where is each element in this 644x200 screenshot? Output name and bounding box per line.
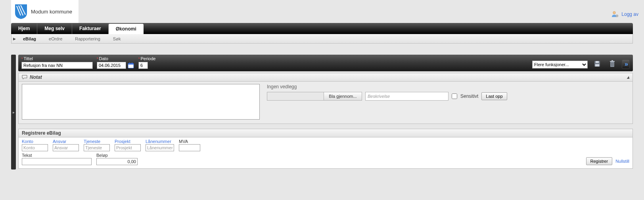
more-functions-select[interactable]: Flere funksjoner... [532,61,588,69]
brand-logo: Modum kommune [11,0,79,23]
dato-input[interactable] [97,62,126,69]
svg-rect-8 [596,61,599,63]
svg-rect-5 [129,63,130,64]
calendar-icon[interactable] [127,62,134,69]
brand-name: Modum kommune [31,9,72,15]
register-actions: Registrer Nullstill [586,157,629,165]
logoff-label: Logg av [621,11,638,17]
svg-rect-4 [128,63,134,65]
prosjekt-input[interactable] [115,144,141,151]
topbar: Modum kommune Logg av [0,0,644,23]
tekst-input[interactable] [22,158,92,165]
subnav-caret-icon: ▶ [13,37,16,41]
svg-rect-12 [611,60,613,61]
tittel-input[interactable] [21,62,93,69]
file-input[interactable]: Bla gjennom... [267,92,362,101]
forward-button[interactable]: » [622,59,630,69]
tekst-label: Tekst [22,153,92,158]
tab-fakturaer[interactable]: Fakturaer [72,23,109,34]
collapse-icon[interactable]: ▴ [627,74,629,80]
field-periode: *Periode [138,56,155,69]
side-rail-toggle[interactable]: ▸ [11,55,16,170]
speech-bubble-icon [22,75,27,80]
svg-rect-9 [595,64,599,67]
save-icon[interactable] [592,59,603,69]
ansvar-label[interactable]: Ansvar [53,139,79,144]
main-nav: Hjem Meg selv Fakturaer Økonomi [11,23,633,34]
notat-panel: Notat ▴ Ingen vedlegg Bla gjennom... Sen… [18,73,633,124]
notat-textarea[interactable] [22,84,260,120]
subnav-sok[interactable]: Søk [107,35,127,43]
field-dato: *Dato [97,56,134,69]
notat-body: Ingen vedlegg Bla gjennom... Sensitivt L… [19,82,632,124]
lanenr-input[interactable] [146,144,174,151]
belop-input[interactable] [96,158,138,165]
prosjekt-label[interactable]: Prosjekt [115,139,141,144]
field-tittel: *Tittel [21,56,93,69]
tjeneste-input[interactable] [84,144,110,151]
tab-hjem[interactable]: Hjem [11,23,37,34]
register-row2: Tekst Beløp [22,153,629,165]
content: *Tittel *Dato [18,55,633,170]
content-wrap: ▸ *Tittel *Dato [11,55,633,170]
mva-label: MVA [179,139,200,144]
user-gear-icon [611,10,619,18]
notat-header: Notat ▴ [19,73,632,82]
tab-okonomi[interactable]: Økonomi [109,24,144,34]
register-body: Konto Ansvar Tjeneste Prosjekt Lånenumme… [18,137,633,169]
register-row1: Konto Ansvar Tjeneste Prosjekt Lånenumme… [22,139,629,151]
tittel-label: Tittel [24,56,33,61]
belop-label: Beløp [96,153,138,158]
no-attachment-label: Ingen vedlegg [267,84,629,90]
reset-link[interactable]: Nullstill [615,159,629,164]
sensitive-checkbox[interactable] [452,93,457,99]
shield-icon [14,4,28,19]
subnav-rapportering[interactable]: Rapportering [69,35,107,43]
lanenr-label[interactable]: Lånenummer [146,139,174,144]
browse-button[interactable]: Bla gjennom... [324,92,362,100]
konto-label[interactable]: Konto [22,139,48,144]
trash-icon[interactable] [607,59,618,69]
register-title: Registrere eBilag [18,129,633,137]
attachment-row: Bla gjennom... Sensitivt Last opp [267,92,629,101]
tab-megselv[interactable]: Meg selv [37,23,72,34]
konto-input[interactable] [22,144,48,151]
subnav-ebilag[interactable]: eBilag [17,35,42,43]
periode-input[interactable] [138,62,148,69]
upload-button[interactable]: Last opp [481,92,507,100]
tjeneste-label[interactable]: Tjeneste [84,139,110,144]
mva-input[interactable] [179,144,200,151]
sub-nav: ▶ eBilag eOrdre Rapportering Søk [11,34,633,44]
dato-label: Dato [99,56,108,61]
ansvar-input[interactable] [53,144,79,151]
attachment-description-input[interactable] [365,92,448,101]
svg-rect-11 [610,61,615,62]
notat-title: Notat [30,74,42,80]
svg-point-0 [613,11,615,14]
register-button[interactable]: Registrer [586,157,613,165]
subnav-eordre[interactable]: eOrdre [42,35,69,43]
periode-label: Periode [141,56,156,61]
form-header: *Tittel *Dato [18,55,633,71]
sensitive-label: Sensitivt [460,93,478,99]
attachment-column: Ingen vedlegg Bla gjennom... Sensitivt L… [267,84,629,120]
logoff-link[interactable]: Logg av [611,10,638,18]
svg-rect-6 [132,63,132,64]
svg-point-2 [617,15,617,16]
